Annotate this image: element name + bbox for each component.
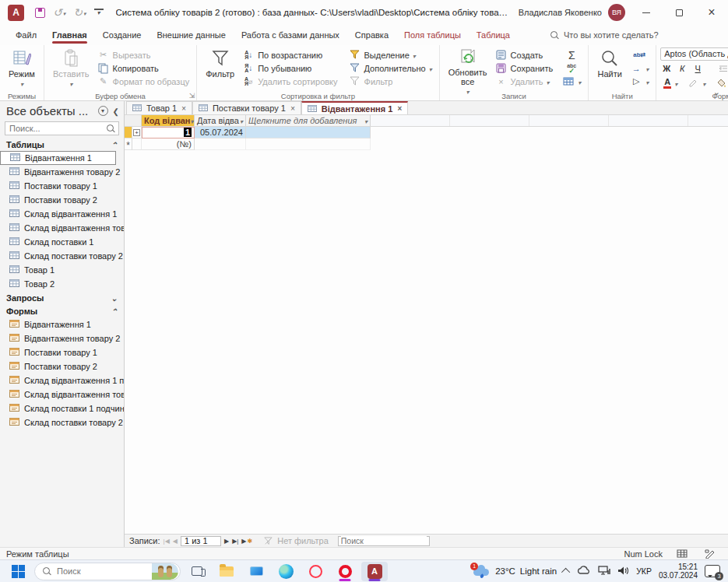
object-tab[interactable]: Товар 1: [126, 101, 192, 114]
select-all-corner[interactable]: [125, 115, 142, 126]
nav-table-item[interactable]: Поставки товару 1: [0, 179, 124, 193]
save-button[interactable]: [35, 8, 45, 18]
nav-table-item[interactable]: Склад поставки 1: [0, 235, 124, 249]
task-view-button[interactable]: [184, 562, 210, 581]
replace-button[interactable]: ab⇄: [630, 48, 649, 61]
object-tab-active[interactable]: Відвантаження 1: [301, 101, 408, 114]
close-tab-icon[interactable]: [397, 104, 402, 113]
spelling-button[interactable]: abc✓: [564, 61, 579, 75]
column-dropdown-icon[interactable]: [191, 116, 194, 125]
nav-table-item[interactable]: Поставки товару 2: [0, 193, 124, 207]
cell-new-add[interactable]: [246, 138, 371, 150]
nav-form-item[interactable]: Відвантаження товару 2: [0, 331, 124, 345]
nav-pane-title[interactable]: Все объекты ...: [6, 104, 98, 117]
nav-form-item[interactable]: Склад відвантаження това...: [0, 387, 124, 401]
tab-create[interactable]: Создание: [95, 27, 149, 43]
customize-qat-button[interactable]: [94, 9, 104, 16]
onedrive-icon[interactable]: [577, 566, 591, 577]
refresh-all-button[interactable]: Обновить все: [444, 47, 492, 90]
font-color-button[interactable]: А: [660, 76, 681, 90]
cell-add-new[interactable]: [246, 127, 371, 138]
sort-ascending-button[interactable]: АЯ↓ По возрастанию: [239, 48, 340, 61]
more-records-button[interactable]: [559, 75, 584, 88]
cell-id-editing[interactable]: 1: [142, 127, 195, 138]
nav-pane-menu-icon[interactable]: [98, 106, 108, 116]
nav-form-item[interactable]: Склад поставки товару 2 п...: [0, 415, 124, 429]
new-record-button[interactable]: Создать: [492, 48, 557, 61]
nav-section-tables[interactable]: Таблицы: [0, 138, 124, 151]
record-search-input[interactable]: [341, 536, 427, 545]
cell-new-date[interactable]: [195, 138, 246, 150]
totals-button[interactable]: Σ: [565, 48, 579, 61]
start-button[interactable]: [5, 562, 31, 581]
nav-form-item[interactable]: Поставки товару 2: [0, 359, 124, 373]
filter-status[interactable]: Нет фильтра: [262, 535, 329, 547]
column-dropdown-icon[interactable]: [364, 116, 368, 125]
file-explorer-button[interactable]: [213, 562, 240, 581]
delete-record-button[interactable]: × Удалить: [492, 75, 557, 88]
restore-button[interactable]: [663, 0, 695, 25]
nav-search-box[interactable]: [5, 121, 119, 135]
find-button[interactable]: Найти: [593, 47, 627, 90]
filter-button[interactable]: Фильтр: [201, 47, 239, 90]
notification-center-icon[interactable]: 3: [705, 565, 720, 577]
sort-descending-button[interactable]: ЯА↓ По убыванию: [239, 61, 340, 75]
select-button[interactable]: ▷: [627, 75, 652, 88]
next-record-button[interactable]: [224, 538, 229, 545]
opera-o-button[interactable]: [332, 562, 358, 581]
advanced-filter-button[interactable]: Дополнительно: [346, 61, 435, 75]
nav-pane-collapse-icon[interactable]: [113, 107, 119, 116]
datasheet-view-button[interactable]: [673, 548, 691, 559]
column-header-date[interactable]: Дата відва: [195, 115, 246, 126]
new-record-row[interactable]: (№): [125, 138, 728, 150]
hidden-icons-chevron[interactable]: [561, 568, 570, 577]
nav-table-item[interactable]: Склад поставки товару 2: [0, 249, 124, 263]
record-position[interactable]: 1 из 1: [181, 536, 221, 546]
nav-section-forms[interactable]: Формы: [0, 304, 124, 317]
collapse-ribbon-button[interactable]: [713, 87, 720, 97]
bold-button[interactable]: Ж: [660, 64, 673, 73]
nav-form-item[interactable]: Відвантаження 1: [0, 317, 124, 331]
nav-table-item[interactable]: Відвантаження 1: [0, 151, 116, 165]
opera-button[interactable]: [302, 562, 329, 581]
new-blank-record-button[interactable]: [241, 538, 252, 545]
tab-database-tools[interactable]: Работа с базами данных: [234, 27, 347, 43]
redo-button[interactable]: [73, 6, 86, 19]
cell-new-id[interactable]: (№): [142, 138, 195, 150]
nav-table-item[interactable]: Склад відвантаження 1: [0, 207, 124, 221]
nav-table-item[interactable]: Товар 1: [0, 263, 124, 277]
tell-me-search[interactable]: Что вы хотите сделать?: [550, 30, 659, 40]
view-button[interactable]: Режим: [4, 47, 40, 90]
remove-sort-button[interactable]: АЯ⌀ Удалить сортировку: [239, 75, 340, 88]
close-button[interactable]: [695, 0, 728, 25]
cell-date[interactable]: 05.07.2024: [195, 127, 246, 138]
column-dropdown-icon[interactable]: [240, 116, 243, 125]
column-header-add[interactable]: Щелкните для добавления: [246, 115, 371, 126]
tab-home[interactable]: Главная: [44, 27, 95, 43]
tab-file[interactable]: Файл: [8, 27, 44, 43]
edge-button[interactable]: [273, 562, 299, 581]
nav-table-item[interactable]: Відвантаження товару 2: [0, 165, 124, 179]
nav-search-input[interactable]: [9, 124, 107, 133]
close-tab-icon[interactable]: [181, 104, 186, 113]
record-search-box[interactable]: [338, 536, 430, 546]
last-record-button[interactable]: [232, 538, 238, 545]
network-icon[interactable]: [598, 566, 610, 577]
nav-form-item[interactable]: Поставки товару 1: [0, 345, 124, 359]
save-record-button[interactable]: Сохранить: [492, 61, 557, 75]
weather-widget[interactable]: 1 23°C Light rain: [473, 565, 557, 578]
previous-record-button[interactable]: [173, 538, 178, 545]
clock[interactable]: 15:21 03.07.2024: [659, 563, 698, 580]
cut-button[interactable]: ✂ Вырезать: [94, 48, 193, 61]
tab-external-data[interactable]: Внешние данные: [149, 27, 233, 43]
taskbar-search-box[interactable]: [34, 563, 181, 580]
font-name-select[interactable]: Aptos (Область данны: [660, 47, 728, 61]
keyboard-language[interactable]: УКР: [636, 566, 652, 576]
close-tab-icon[interactable]: [290, 104, 295, 113]
tab-help[interactable]: Справка: [347, 27, 396, 43]
underline-button[interactable]: Ч: [691, 64, 704, 73]
account-area[interactable]: Владислав Яковенко ВЯ: [519, 4, 625, 21]
nav-table-item[interactable]: Склад відвантаження това...: [0, 221, 124, 235]
selection-button[interactable]: Выделение: [346, 48, 435, 61]
nav-section-queries[interactable]: Запросы: [0, 291, 124, 304]
